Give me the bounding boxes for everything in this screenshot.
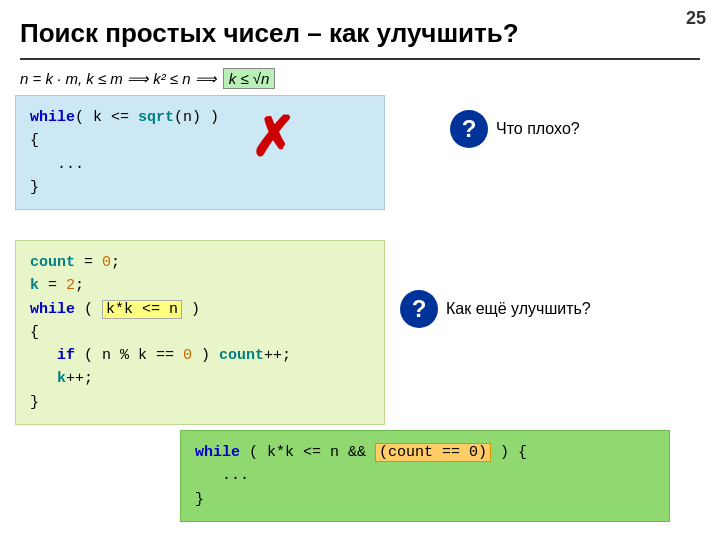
- keyword-while-1: while: [30, 109, 75, 126]
- code-highlight-count: (count == 0): [375, 443, 491, 462]
- red-x-mark: ✗: [250, 110, 295, 164]
- code-block-3: while ( k*k <= n && (count == 0) ) { ...…: [180, 430, 670, 522]
- title-divider: [20, 58, 700, 60]
- code-block-2: count = 0; k = 2; while ( k*k <= n ) { i…: [15, 240, 385, 425]
- question-bubble-2: ? Как ещё улучшить?: [400, 290, 591, 328]
- question-icon-1: ?: [450, 110, 488, 148]
- question-bubble-1: ? Что плохо?: [450, 110, 580, 148]
- page-title: Поиск простых чисел – как улучшить?: [20, 18, 519, 49]
- slide-number: 25: [686, 8, 706, 29]
- question-text-2: Как ещё улучшить?: [446, 300, 591, 318]
- math-formula: n = k · m, k ≤ m ⟹ k² ≤ n ⟹ k ≤ √n: [20, 68, 275, 89]
- code-block-1: while( k <= sqrt(n) ) { ... }: [15, 95, 385, 210]
- question-icon-2: ?: [400, 290, 438, 328]
- math-highlight: k ≤ √n: [223, 68, 276, 89]
- question-text-1: Что плохо?: [496, 120, 580, 138]
- code-highlight-kk: k*k <= n: [102, 300, 182, 319]
- keyword-sqrt: sqrt: [138, 109, 174, 126]
